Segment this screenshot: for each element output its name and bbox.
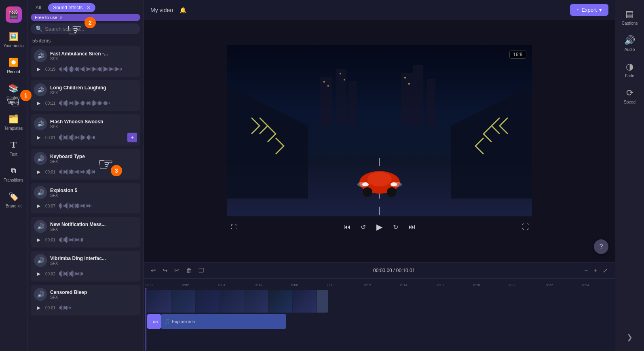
sound-type: SFX	[50, 57, 108, 61]
text-icon: T	[8, 139, 19, 150]
forward-button[interactable]: ↻	[389, 220, 402, 233]
fade-panel-item[interactable]: ◑ Fade	[616, 57, 644, 82]
list-item: 🔊 New Notification Mess... SFX ▶ 00:01	[31, 217, 140, 247]
sound-title: Long Children Laughing	[50, 85, 106, 91]
playhead[interactable]	[146, 288, 146, 351]
list-item: 🔊 Vibrimba Ding Interfac... SFX ▶ 00:02	[31, 251, 140, 281]
video-track	[144, 290, 615, 313]
tab-sound-effects[interactable]: Sound effects ✕	[48, 3, 95, 12]
sidebar-item-content-library[interactable]: 📚 Content library	[1, 79, 27, 108]
play-button[interactable]: ▶	[34, 133, 43, 142]
tab-close-icon[interactable]: ✕	[87, 5, 91, 11]
collapse-panel-button[interactable]: ❯	[625, 332, 635, 343]
fullscreen-button[interactable]: ⛶	[519, 220, 532, 233]
waveform	[59, 65, 137, 73]
redo-button[interactable]: ↪	[160, 266, 170, 275]
play-button[interactable]: ▶	[34, 99, 43, 108]
sound-title: Flash Whoosh Swoosh	[50, 119, 103, 125]
sound-type: SFX	[50, 91, 106, 95]
sidebar-item-templates-label: Templates	[4, 126, 23, 131]
audio-clip[interactable]: 🎵 Explosion 5	[161, 314, 286, 329]
aspect-ratio-badge: 16:9	[509, 51, 526, 59]
time-display: 00:00.00 / 00:10.01	[373, 268, 415, 273]
waveform	[59, 133, 125, 142]
sidebar-item-transitions[interactable]: ⧉ Transitions	[1, 162, 27, 186]
play-button[interactable]: ▶	[34, 303, 43, 312]
sound-duration: 00:11	[45, 101, 57, 106]
play-button[interactable]: ▶	[34, 201, 43, 210]
captions-panel-item[interactable]: ▤ Captions	[616, 5, 644, 30]
fit-timeline-button[interactable]: ⤢	[601, 266, 610, 275]
timeline-area: ↩ ↪ ✂ 🗑 ❐ 00:00.00 / 00:10.01 − + ⤢ 0:00…	[144, 262, 615, 351]
play-button[interactable]: ▶	[34, 167, 43, 176]
sound-title: New Notification Mess...	[50, 222, 106, 227]
help-button[interactable]: ?	[594, 239, 608, 254]
cut-button[interactable]: ✂	[172, 266, 182, 275]
play-button[interactable]: ▶	[34, 269, 43, 278]
free-to-use-filter[interactable]: Free to use ✕	[31, 14, 140, 21]
svg-rect-13	[340, 73, 341, 74]
sidebar-item-your-media[interactable]: 🖼️ Your media	[1, 27, 27, 52]
sound-thumbnail: 🔊	[34, 49, 47, 62]
title-edit-icon[interactable]: 🔔	[176, 5, 190, 15]
undo-button[interactable]: ↩	[149, 266, 158, 275]
svg-rect-9	[413, 65, 423, 126]
sound-type: SFX	[50, 125, 103, 129]
filter-close-icon[interactable]: ✕	[59, 15, 63, 20]
sidebar-item-text[interactable]: T Text	[1, 136, 27, 160]
sound-thumbnail: 🔊	[34, 83, 47, 96]
sidebar-item-templates[interactable]: 🗂️ Templates	[1, 110, 27, 134]
duplicate-button[interactable]: ❐	[196, 266, 206, 275]
svg-point-22	[387, 187, 397, 197]
zoom-out-button[interactable]: −	[582, 266, 590, 275]
play-button[interactable]: ▶	[34, 65, 43, 74]
export-icon: ↑	[576, 7, 579, 13]
items-count: 55 items	[27, 36, 144, 46]
svg-point-23	[357, 182, 367, 187]
sound-type: SFX	[50, 159, 85, 164]
video-thumb	[293, 290, 317, 313]
crop-button[interactable]: ⛶	[227, 220, 240, 233]
sound-duration: 00:07	[45, 204, 57, 208]
export-button[interactable]: ↑ Export ▾	[570, 4, 608, 16]
sound-title: Censored Bleep	[50, 290, 87, 295]
video-title: My video	[150, 7, 173, 13]
svg-point-18	[367, 172, 392, 186]
sidebar-item-content-label: Content library	[2, 95, 25, 105]
video-thumb	[220, 290, 244, 313]
skip-back-button[interactable]: ⏮	[341, 220, 354, 233]
playback-controls: ⛶ ⏮ ↺ ▶ ↻ ⏭ ⛶	[227, 216, 532, 237]
sound-thumbnail: 🔊	[34, 254, 47, 267]
delete-button[interactable]: 🗑	[184, 266, 194, 275]
search-input[interactable]	[45, 26, 135, 32]
main-area: My video 🔔 ↑ Export ▾	[144, 0, 615, 351]
sidebar-item-text-label: Text	[10, 152, 17, 157]
sidebar-item-brand-kit[interactable]: 🏷️ Brand kit	[1, 188, 27, 212]
audio-clip-label: Explosion 5	[172, 319, 195, 324]
timeline-toolbar: ↩ ↪ ✂ 🗑 ❐ 00:00.00 / 00:10.01 − + ⤢	[144, 262, 615, 279]
music-note-icon: 🎵	[164, 319, 170, 324]
video-clip[interactable]	[147, 290, 328, 313]
audio-track: Loa 🎵 Explosion 5	[144, 314, 615, 329]
sidebar-item-record[interactable]: ⏺️ Record	[1, 53, 27, 78]
waveform	[59, 236, 137, 244]
sound-type: SFX	[50, 227, 106, 232]
list-item: 🔊 Explosion 5 SFX ▶ 00:07	[31, 183, 140, 214]
captions-label: Captions	[622, 21, 638, 25]
captions-icon: ▤	[625, 9, 634, 19]
tab-all[interactable]: All	[31, 3, 46, 12]
audio-panel-item[interactable]: 🔊 Audio	[616, 31, 644, 56]
rewind-button[interactable]: ↺	[357, 220, 370, 233]
play-pause-button[interactable]: ▶	[373, 220, 386, 233]
zoom-in-button[interactable]: +	[591, 266, 599, 275]
sound-effects-panel: All Sound effects ✕ Free to use ✕ 🔍 55 i…	[27, 0, 144, 351]
add-to-timeline-button[interactable]: +	[127, 133, 137, 142]
svg-rect-15	[404, 77, 406, 78]
waveform	[59, 99, 137, 107]
sound-thumbnail: 🔊	[34, 220, 47, 233]
play-button[interactable]: ▶	[34, 235, 43, 244]
speed-panel-item[interactable]: ⟳ Speed	[616, 84, 644, 108]
skip-forward-button[interactable]: ⏭	[405, 220, 418, 233]
search-icon: 🔍	[36, 25, 42, 32]
waveform	[59, 168, 137, 176]
